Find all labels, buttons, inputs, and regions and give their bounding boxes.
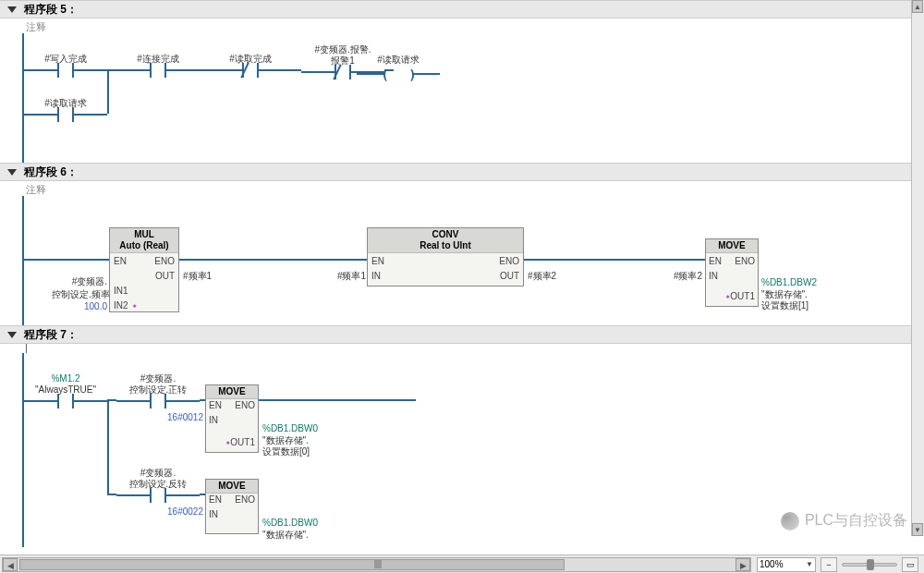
pin-in: IN bbox=[709, 271, 718, 281]
signal-in1: 控制设定.频率 bbox=[52, 288, 107, 301]
chevron-down-icon: ▼ bbox=[806, 560, 813, 568]
collapse-toggle-icon[interactable] bbox=[7, 6, 17, 13]
pin-in: IN bbox=[209, 509, 218, 519]
add-pin-icon[interactable]: ⬥ bbox=[225, 437, 230, 446]
literal-in2[interactable]: 100.0 bbox=[72, 301, 107, 311]
move-out-address: %DB1.DBW2 bbox=[761, 277, 817, 287]
zoom-slider[interactable] bbox=[842, 563, 897, 567]
pin-eno: ENO bbox=[154, 256, 175, 266]
signal-in1: #变频器. bbox=[52, 275, 107, 288]
block-subtype: Real to UInt bbox=[419, 240, 471, 250]
literal-move-in[interactable]: 16#0022 bbox=[159, 506, 203, 517]
contact-no[interactable]: #变频器. 控制设定.反转 bbox=[116, 468, 200, 501]
add-pin-icon[interactable]: ⬥ bbox=[725, 291, 730, 300]
network-7-rung-area: %M1.2 "AlwaysTRUE" #变频器. 控制设定.正转 MOVE EN… bbox=[0, 353, 924, 547]
contact-no[interactable]: %M1.2 "AlwaysTRUE" bbox=[24, 373, 107, 407]
network-5-rung-area: #写入完成 #连接完成 #读取完成 #变频器.报警. 报警1 #读取请求 ( ) bbox=[0, 33, 924, 163]
ladder-editor-canvas[interactable]: 程序段 5： 注释 #写入完成 #连接完成 #读取完成 #变频器.报警. 报警1… bbox=[0, 0, 924, 555]
network-comment-7[interactable] bbox=[0, 344, 924, 353]
scroll-down-icon[interactable]: ▼ bbox=[912, 523, 923, 536]
network-title-5: 程序段 5： bbox=[24, 2, 78, 18]
contact-nc[interactable]: #读取完成 bbox=[209, 54, 292, 87]
coil-label: #读取请求 bbox=[357, 54, 440, 67]
block-subtype: Auto (Real) bbox=[119, 240, 168, 250]
pin-in2: IN2 bbox=[114, 300, 128, 311]
contact-no[interactable]: #写入完成 bbox=[24, 54, 107, 87]
move-out-address: %DB1.DBW0 bbox=[262, 423, 318, 433]
contact-label: #变频器. bbox=[116, 468, 200, 478]
network-header-5[interactable]: 程序段 5： bbox=[0, 0, 924, 18]
network-header-7[interactable]: 程序段 7： bbox=[0, 325, 924, 344]
pin-en: EN bbox=[209, 494, 222, 505]
signal-move-in: #频率2 bbox=[663, 270, 702, 283]
move-out-symbol: "数据存储". bbox=[262, 529, 309, 542]
collapse-toggle-icon[interactable] bbox=[7, 169, 17, 176]
contact-label: #变频器. bbox=[116, 373, 200, 384]
move-out-address: %DB1.DBW0 bbox=[262, 518, 318, 528]
move-out-symbol: 设置数据[1] bbox=[761, 299, 808, 312]
scrollbar-thumb[interactable] bbox=[19, 559, 565, 570]
zoom-out-button[interactable]: − bbox=[821, 557, 837, 572]
network-title-6: 程序段 6： bbox=[24, 165, 78, 180]
coil[interactable]: #读取请求 ( ) bbox=[357, 54, 440, 87]
pin-en: EN bbox=[371, 256, 384, 266]
move-out-symbol: 设置数据[0] bbox=[262, 445, 310, 458]
signal-freq1: #频率1 bbox=[183, 270, 212, 283]
move-block[interactable]: MOVE EN ENO IN OUT1 ⬥ bbox=[205, 384, 259, 453]
mul-block[interactable]: MULAuto (Real) EN ENO OUT IN1 IN2 ⬥ bbox=[109, 227, 179, 312]
pin-out1: OUT1 bbox=[730, 291, 755, 301]
network-comment-6[interactable]: 注释 bbox=[0, 181, 924, 196]
contact-address: %M1.2 bbox=[24, 373, 107, 384]
slider-knob[interactable] bbox=[867, 559, 874, 570]
pin-en: EN bbox=[209, 400, 222, 410]
collapse-toggle-icon[interactable] bbox=[7, 332, 17, 338]
block-title: MOVE bbox=[706, 239, 758, 253]
literal-move-in[interactable]: 16#0012 bbox=[159, 412, 203, 422]
power-rail bbox=[22, 196, 24, 325]
network-6-rung-area: MULAuto (Real) EN ENO OUT IN1 IN2 ⬥ #变频器… bbox=[0, 196, 924, 325]
pin-eno: ENO bbox=[235, 400, 255, 410]
block-title: CONV bbox=[432, 229, 459, 239]
pin-eno: ENO bbox=[735, 256, 755, 266]
zoom-value: 100% bbox=[760, 559, 784, 569]
pin-out: OUT bbox=[155, 271, 175, 281]
signal-freq2: #频率2 bbox=[528, 270, 556, 283]
block-title: MOVE bbox=[206, 385, 258, 399]
status-bar: ◀ ▶ 100% ▼ − ▭ bbox=[0, 555, 924, 573]
zoom-select[interactable]: 100% ▼ bbox=[757, 557, 816, 572]
pin-eno: ENO bbox=[499, 256, 519, 266]
conv-block[interactable]: CONVReal to UInt EN ENO IN OUT bbox=[367, 227, 524, 286]
network-comment-5[interactable]: 注释 bbox=[0, 18, 924, 33]
pin-out: OUT bbox=[500, 271, 519, 281]
contact-no[interactable]: #连接完成 bbox=[116, 54, 200, 87]
add-pin-icon[interactable]: ⬥ bbox=[132, 300, 137, 310]
scrollbar-marker bbox=[374, 559, 382, 568]
move-block[interactable]: MOVE EN ENO IN OUT1 ⬥ bbox=[705, 238, 759, 307]
pin-out1: OUT1 bbox=[230, 437, 255, 447]
contact-no[interactable]: #变频器. 控制设定.正转 bbox=[116, 373, 200, 407]
scroll-left-icon[interactable]: ◀ bbox=[3, 558, 18, 571]
pin-in: IN bbox=[371, 271, 381, 281]
block-title: MUL bbox=[134, 229, 154, 239]
scroll-up-icon[interactable]: ▲ bbox=[912, 0, 923, 13]
pin-en: EN bbox=[114, 256, 127, 266]
network-header-6[interactable]: 程序段 6： bbox=[0, 163, 924, 181]
pin-en: EN bbox=[709, 256, 722, 266]
pin-eno: ENO bbox=[235, 494, 255, 505]
pin-in1: IN1 bbox=[114, 286, 128, 296]
pin-in: IN bbox=[209, 415, 218, 425]
scroll-right-icon[interactable]: ▶ bbox=[736, 558, 750, 571]
contact-no[interactable]: #读取请求 bbox=[24, 98, 107, 131]
signal-conv-in: #频率1 bbox=[327, 270, 366, 283]
block-title: MOVE bbox=[206, 480, 258, 494]
network-title-7: 程序段 7： bbox=[24, 327, 78, 343]
vertical-scrollbar[interactable]: ▲ ▼ bbox=[911, 0, 924, 536]
horizontal-scrollbar[interactable]: ◀ ▶ bbox=[2, 557, 751, 572]
zoom-in-button[interactable]: ▭ bbox=[902, 557, 918, 572]
move-block[interactable]: MOVE EN ENO IN bbox=[205, 479, 259, 534]
